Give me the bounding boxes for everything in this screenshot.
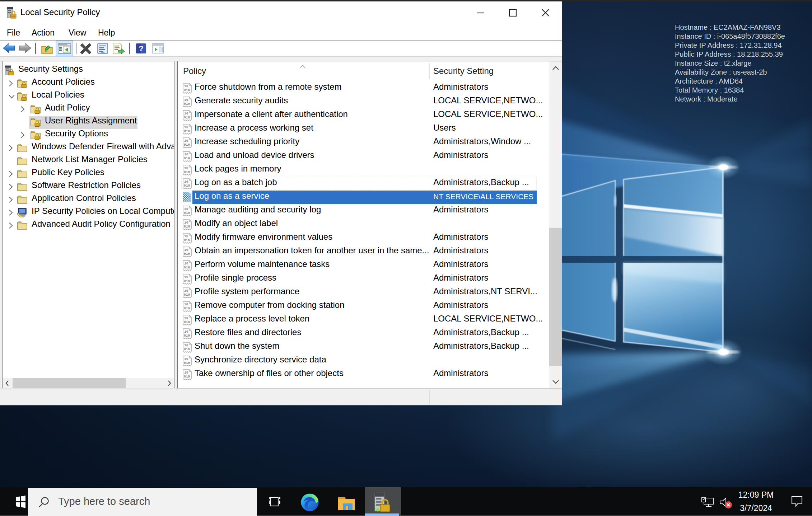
svg-text:10: 10 [184, 357, 188, 361]
svg-text:10: 10 [184, 180, 188, 184]
svg-text:10: 10 [184, 166, 188, 170]
svg-text:?: ? [139, 44, 143, 53]
svg-text:10: 10 [184, 221, 188, 225]
svg-text:10: 10 [184, 371, 188, 375]
svg-text:010: 010 [184, 279, 190, 283]
svg-text:010: 010 [184, 143, 190, 147]
svg-text:10: 10 [184, 343, 188, 347]
svg-text:010: 010 [184, 170, 190, 174]
svg-text:010: 010 [184, 211, 190, 215]
svg-text:010: 010 [184, 88, 190, 92]
svg-text:010: 010 [184, 116, 190, 119]
svg-text:010: 010 [184, 320, 190, 324]
svg-text:010: 010 [184, 293, 190, 297]
svg-text:10: 10 [184, 112, 188, 116]
svg-text:10: 10 [184, 275, 188, 279]
svg-text:010: 010 [184, 375, 190, 379]
svg-text:10: 10 [184, 248, 188, 252]
svg-text:010: 010 [184, 129, 190, 133]
svg-text:010: 010 [184, 156, 190, 160]
svg-text:10: 10 [184, 207, 188, 211]
svg-text:010: 010 [184, 306, 190, 310]
svg-text:010: 010 [184, 225, 190, 229]
svg-text:010: 010 [184, 347, 190, 351]
svg-text:10: 10 [184, 330, 188, 334]
svg-text:010: 010 [184, 361, 190, 365]
svg-text:10: 10 [184, 125, 188, 129]
svg-text:10: 10 [184, 262, 188, 266]
svg-text:10: 10 [184, 302, 188, 306]
svg-text:010: 010 [184, 102, 190, 106]
svg-text:010: 010 [184, 252, 190, 256]
svg-text:10: 10 [184, 289, 188, 293]
svg-text:010: 010 [184, 238, 190, 242]
svg-text:010: 010 [184, 334, 190, 338]
svg-text:10: 10 [184, 139, 188, 143]
svg-text:10: 10 [184, 84, 188, 88]
svg-text:10: 10 [184, 153, 188, 156]
svg-text:10: 10 [184, 316, 188, 320]
svg-text:010: 010 [184, 184, 190, 188]
svg-text:10: 10 [184, 234, 188, 238]
svg-text:10: 10 [184, 98, 188, 102]
svg-text:010: 010 [184, 266, 190, 269]
